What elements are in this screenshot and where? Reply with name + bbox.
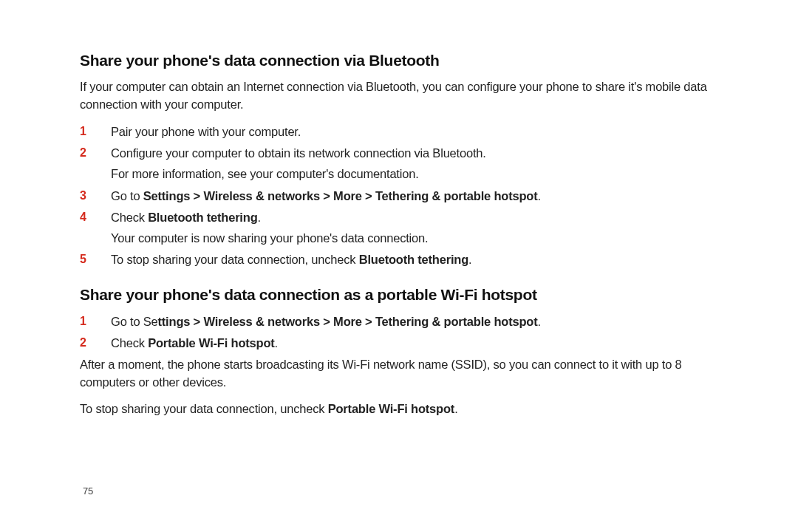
section1-step3: 3 Go to Settings > Wireless & networks >… (80, 187, 718, 206)
step-number: 2 (80, 334, 111, 352)
step5-pre: To stop sharing your data connection, un… (111, 253, 359, 266)
step4-pre: Check (111, 211, 148, 224)
section1-intro: If your computer can obtain an Internet … (80, 78, 718, 114)
s2-step2-bold: Portable Wi-Fi hotspot (148, 336, 274, 349)
step-text: Pair your phone with your computer. (111, 123, 718, 142)
step4-bold: Bluetooth tethering (148, 211, 257, 224)
step3-post: . (538, 189, 541, 202)
step-text: Go to Settings > Wireless & networks > M… (111, 313, 718, 332)
s2-para2-post: . (454, 402, 457, 415)
step5-post: . (468, 253, 471, 266)
step-text: Configure your computer to obtain its ne… (111, 144, 718, 163)
s2-step1-pre: Go to Se (111, 315, 158, 328)
step3-bold: Settings > Wireless & networks > More > … (143, 189, 538, 202)
step-text: Your computer is now sharing your phone'… (111, 229, 718, 248)
step-text: Check Portable Wi-Fi hotspot. (111, 334, 718, 353)
s2-step1-bold: ttings > Wireless & networks > More > Te… (158, 315, 538, 328)
s2-step2-post: . (275, 336, 278, 349)
step4-post: . (258, 211, 261, 224)
s2-step2-pre: Check (111, 336, 148, 349)
step-number: 1 (80, 313, 111, 331)
step-number: 4 (80, 208, 111, 227)
step-number: 1 (80, 123, 111, 141)
section2-step2: 2 Check Portable Wi-Fi hotspot. (80, 334, 718, 353)
step-text: Go to Settings > Wireless & networks > M… (111, 187, 718, 206)
section1-step2-sub: For more information, see your computer'… (80, 165, 718, 184)
step-text: Check Bluetooth tethering. (111, 208, 718, 228)
s2-para2le- bold: Portable Wi-Fi hotspot (328, 402, 454, 415)
step-text: For more information, see your computer'… (111, 165, 718, 184)
section1-step2: 2 Configure your computer to obtain its … (80, 144, 718, 163)
page-number: 75 (83, 485, 93, 497)
step-text: To stop sharing your data connection, un… (111, 250, 718, 270)
step5-bold: Bluetooth tethering (359, 253, 468, 266)
section-heading-bluetooth: Share your phone's data connection via B… (80, 52, 718, 69)
section1-step1: 1 Pair your phone with your computer. (80, 123, 718, 142)
section2-para2: To stop sharing your data connection, un… (80, 400, 718, 418)
section2-para1: After a moment, the phone starts broadca… (80, 356, 718, 392)
section2-step1: 1 Go to Settings > Wireless & networks >… (80, 313, 718, 332)
step3-pre: Go to (111, 189, 143, 202)
section1-step4: 4 Check Bluetooth tethering. (80, 208, 718, 228)
section1-step5: 5 To stop sharing your data connection, … (80, 250, 718, 270)
step-number: 5 (80, 250, 111, 269)
s2-step1-post: . (538, 315, 541, 328)
section1-step4-sub: Your computer is now sharing your phone'… (80, 229, 718, 248)
section-heading-wifi-hotspot: Share your phone's data connection as a … (80, 286, 718, 304)
step-number: 3 (80, 187, 111, 205)
s2-para2-pre: To stop sharing your data connection, un… (80, 402, 328, 415)
step-number: 2 (80, 144, 111, 163)
